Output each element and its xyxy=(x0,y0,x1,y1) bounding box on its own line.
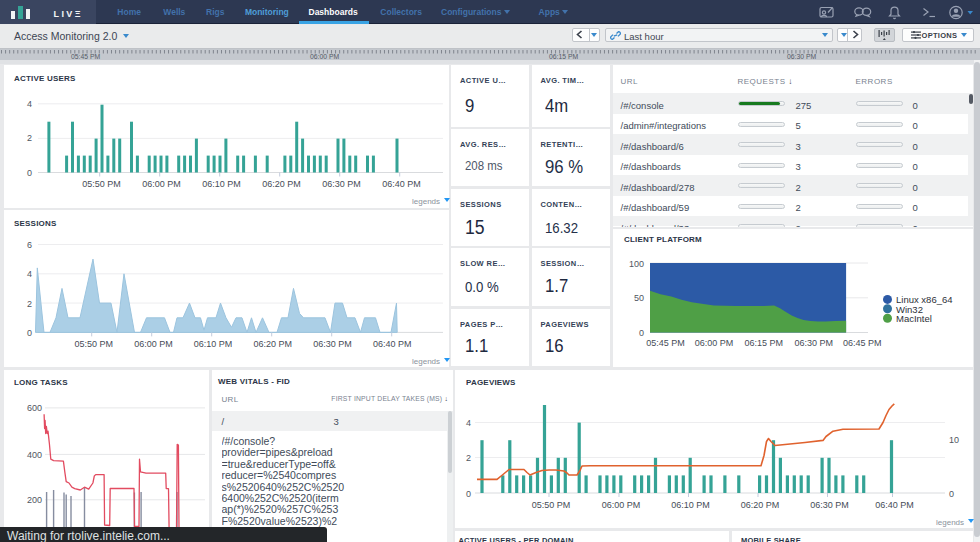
svg-text:0: 0 xyxy=(27,328,32,338)
svg-text:06:15 PM: 06:15 PM xyxy=(744,338,783,348)
svg-text:06:30 PM: 06:30 PM xyxy=(313,339,351,349)
svg-text:05:50 PM: 05:50 PM xyxy=(532,499,571,509)
svg-text:10: 10 xyxy=(949,435,959,445)
svg-text:06:30 PM: 06:30 PM xyxy=(810,499,849,509)
svg-text:06:10 PM: 06:10 PM xyxy=(671,499,710,509)
svg-text:2: 2 xyxy=(27,133,32,143)
svg-text:06:10 PM: 06:10 PM xyxy=(202,179,240,189)
svg-text:600: 600 xyxy=(27,403,42,413)
svg-text:06:00 PM: 06:00 PM xyxy=(694,338,733,348)
svg-text:4: 4 xyxy=(27,99,32,109)
svg-text:06:45 PM: 06:45 PM xyxy=(843,338,882,348)
svg-text:06:00 PM: 06:00 PM xyxy=(602,499,641,509)
svg-text:0: 0 xyxy=(949,489,954,499)
svg-text:06:20 PM: 06:20 PM xyxy=(262,179,300,189)
svg-text:06:20 PM: 06:20 PM xyxy=(741,499,780,509)
svg-text:200: 200 xyxy=(27,495,42,505)
svg-text:06:30 PM: 06:30 PM xyxy=(322,179,360,189)
svg-text:MacIntel: MacIntel xyxy=(896,313,932,324)
svg-text:05:45 PM: 05:45 PM xyxy=(646,338,685,348)
svg-text:0: 0 xyxy=(638,328,643,338)
svg-text:0: 0 xyxy=(27,168,32,178)
svg-text:05:50 PM: 05:50 PM xyxy=(74,339,112,349)
svg-text:6: 6 xyxy=(27,240,32,250)
svg-text:4: 4 xyxy=(466,418,471,428)
svg-text:06:00 PM: 06:00 PM xyxy=(134,339,172,349)
svg-text:100: 100 xyxy=(628,259,643,269)
svg-text:4: 4 xyxy=(27,269,32,279)
svg-text:06:40 PM: 06:40 PM xyxy=(373,339,411,349)
svg-text:06:40 PM: 06:40 PM xyxy=(875,499,914,509)
svg-text:2: 2 xyxy=(27,299,32,309)
svg-text:06:40 PM: 06:40 PM xyxy=(382,179,420,189)
svg-text:06:20 PM: 06:20 PM xyxy=(254,339,292,349)
svg-text:06:00 PM: 06:00 PM xyxy=(142,179,180,189)
svg-text:05:50 PM: 05:50 PM xyxy=(82,179,120,189)
svg-text:400: 400 xyxy=(27,449,42,459)
svg-text:50: 50 xyxy=(633,293,643,303)
svg-text:2: 2 xyxy=(466,453,471,463)
svg-text:0: 0 xyxy=(466,488,471,498)
svg-text:06:30 PM: 06:30 PM xyxy=(794,338,833,348)
svg-text:06:10 PM: 06:10 PM xyxy=(194,339,232,349)
